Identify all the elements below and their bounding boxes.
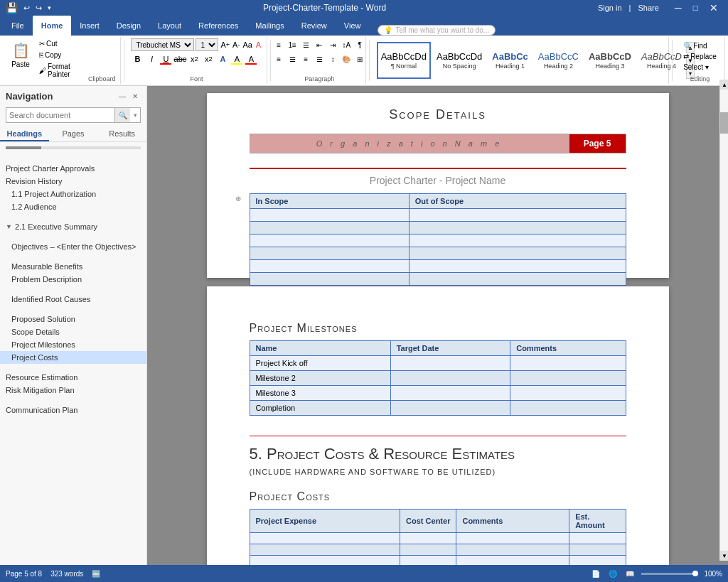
style-heading1-btn[interactable]: AaBbCc Heading 1 bbox=[488, 42, 532, 79]
nav-tab-results[interactable]: Results bbox=[97, 127, 146, 141]
tab-view[interactable]: View bbox=[336, 16, 370, 36]
strikethrough-btn[interactable]: abc bbox=[173, 53, 186, 65]
borders-btn[interactable]: ⊞ bbox=[353, 53, 366, 65]
tab-home[interactable]: Home bbox=[33, 16, 72, 36]
select-button[interactable]: Select ▾ bbox=[680, 63, 719, 72]
increase-indent-btn[interactable]: ⇥ bbox=[326, 38, 339, 51]
sort-btn[interactable]: ↕A bbox=[340, 38, 353, 51]
numbering-btn[interactable]: 1≡ bbox=[286, 38, 299, 51]
justify-btn[interactable]: ☰ bbox=[313, 53, 326, 65]
italic-button[interactable]: I bbox=[145, 53, 158, 65]
nav-item-comms[interactable]: Communication Plan bbox=[0, 404, 146, 416]
grow-font-btn[interactable]: A+ bbox=[220, 38, 230, 51]
nav-item-measurable[interactable]: Measurable Benefits bbox=[0, 260, 146, 273]
minimize-btn[interactable]: ─ bbox=[670, 2, 686, 14]
nav-item-proposed[interactable]: Proposed Solution bbox=[0, 313, 146, 325]
format-painter-button[interactable]: 🖌 Format Painter bbox=[36, 61, 87, 80]
para-row1: ≡ 1≡ ☰ ⇤ ⇥ ↕A ¶ bbox=[272, 38, 366, 51]
nav-item-audience[interactable]: 1.2 Audience bbox=[0, 200, 146, 213]
shrink-font-btn[interactable]: A- bbox=[232, 38, 240, 51]
shading-btn[interactable]: 🎨 bbox=[340, 53, 353, 65]
close-btn[interactable]: ✕ bbox=[705, 2, 722, 14]
divider-top bbox=[250, 168, 626, 169]
share-btn[interactable]: Share bbox=[638, 4, 658, 12]
tab-insert[interactable]: Insert bbox=[71, 16, 108, 36]
document-area[interactable]: Scope Details O r g a n i z a t i o n N … bbox=[147, 86, 728, 567]
superscript-btn[interactable]: x2 bbox=[202, 53, 215, 65]
style-no-spacing-btn[interactable]: AaBbCcDd No Spacing bbox=[432, 42, 486, 79]
bold-button[interactable]: B bbox=[131, 53, 144, 65]
redo-btn[interactable]: ↪ bbox=[36, 4, 42, 13]
nav-search-input[interactable] bbox=[6, 109, 114, 121]
nav-item-milestones[interactable]: Project Milestones bbox=[0, 338, 146, 351]
nav-slider[interactable] bbox=[6, 146, 141, 149]
nav-search-btn[interactable]: 🔍 bbox=[114, 108, 130, 122]
show-marks-btn[interactable]: ¶ bbox=[353, 38, 366, 51]
nav-item-objectives[interactable]: Objectives – <Enter the Objectives> bbox=[0, 240, 146, 253]
clear-format-btn[interactable]: A bbox=[255, 38, 262, 51]
costs-col-expense: Project Expense bbox=[250, 510, 400, 533]
nav-item-exec-summary[interactable]: ▼ 2.1 Executive Summary bbox=[0, 220, 146, 233]
nav-collapse-btn[interactable]: — bbox=[117, 90, 128, 102]
nav-search: 🔍 ▾ bbox=[0, 106, 146, 127]
scroll-thumb[interactable] bbox=[720, 112, 728, 134]
nav-item-auth[interactable]: 1.1 Project Authorization bbox=[0, 188, 146, 200]
tab-review[interactable]: Review bbox=[293, 16, 336, 36]
tab-design[interactable]: Design bbox=[108, 16, 149, 36]
restore-btn[interactable]: □ bbox=[689, 3, 702, 13]
subscript-btn[interactable]: x2 bbox=[188, 53, 200, 65]
nav-item-risk[interactable]: Risk Mitigation Plan bbox=[0, 384, 146, 397]
right-scrollbar[interactable]: ▲ ▼ bbox=[719, 80, 728, 561]
costs-center bbox=[400, 533, 456, 544]
line-spacing-btn[interactable]: ↕ bbox=[326, 53, 339, 65]
font-color-btn[interactable]: A bbox=[245, 53, 257, 65]
paste-button[interactable]: 📋 Paste bbox=[7, 38, 34, 70]
nav-item-scope[interactable]: Scope Details bbox=[0, 325, 146, 338]
text-effect-btn[interactable]: A bbox=[216, 53, 229, 65]
nav-tab-headings[interactable]: Headings bbox=[0, 127, 49, 141]
scroll-down-btn[interactable]: ▼ bbox=[720, 551, 728, 561]
nav-item-resource[interactable]: Resource Estimation bbox=[0, 371, 146, 384]
decrease-indent-btn[interactable]: ⇤ bbox=[313, 38, 326, 51]
style-heading2-btn[interactable]: AaBbCcC Heading 2 bbox=[534, 42, 583, 79]
nav-item-revision[interactable]: Revision History bbox=[0, 175, 146, 188]
align-left-btn[interactable]: ≡ bbox=[272, 53, 285, 65]
undo-btn[interactable]: ↩ bbox=[23, 4, 30, 13]
milestone-row: Completion bbox=[250, 401, 626, 416]
font-face-select[interactable]: Trebuchet MS bbox=[131, 38, 194, 51]
nav-tab-pages[interactable]: Pages bbox=[49, 127, 98, 141]
font-size-select[interactable]: 10 bbox=[196, 38, 218, 51]
tab-layout[interactable]: Layout bbox=[149, 16, 190, 36]
scroll-up-btn[interactable]: ▲ bbox=[720, 80, 728, 90]
multilevel-btn[interactable]: ☰ bbox=[299, 38, 312, 51]
style-heading3-btn[interactable]: AaBbCcD Heading 3 bbox=[584, 42, 636, 79]
zoom-slider[interactable] bbox=[641, 573, 698, 575]
tab-references[interactable]: References bbox=[190, 16, 247, 36]
nav-item-costs[interactable]: Project Costs bbox=[0, 351, 146, 364]
print-view-btn[interactable]: 📄 bbox=[590, 568, 601, 579]
tell-me-box[interactable]: 💡 Tell me what you want to do... bbox=[378, 25, 496, 36]
tab-file[interactable]: File bbox=[3, 16, 33, 36]
nav-item-approvals[interactable]: Project Charter Approvals bbox=[0, 162, 146, 175]
copy-button[interactable]: ⎘ Copy bbox=[36, 50, 87, 60]
sign-in-btn[interactable]: Sign in bbox=[598, 4, 622, 12]
tab-mailings[interactable]: Mailings bbox=[247, 16, 292, 36]
web-view-btn[interactable]: 🌐 bbox=[607, 568, 619, 579]
align-right-btn[interactable]: ≡ bbox=[299, 53, 312, 65]
find-button[interactable]: 🔍 Find bbox=[680, 41, 719, 50]
underline-button[interactable]: U bbox=[159, 53, 172, 65]
read-view-btn[interactable]: 📖 bbox=[624, 568, 636, 579]
style-normal-btn[interactable]: AaBbCcDd ¶ Normal bbox=[377, 42, 431, 79]
bullets-btn[interactable]: ≡ bbox=[272, 38, 285, 51]
replace-button[interactable]: ⇄ Replace bbox=[680, 52, 719, 61]
nav-item-problem[interactable]: Problem Description bbox=[0, 273, 146, 286]
cut-button[interactable]: ✂ Cut bbox=[36, 38, 87, 49]
highlight-btn[interactable]: A bbox=[230, 53, 243, 65]
nav-close-btn[interactable]: ✕ bbox=[129, 90, 141, 102]
change-case-btn[interactable]: Aa bbox=[242, 38, 253, 51]
align-center-btn[interactable]: ☰ bbox=[286, 53, 299, 65]
milestone-name: Milestone 2 bbox=[250, 371, 390, 386]
nav-item-root-causes[interactable]: Identified Root Causes bbox=[0, 293, 146, 306]
nav-search-dropdown[interactable]: ▾ bbox=[130, 112, 140, 119]
expand-icon[interactable]: ⊕ bbox=[235, 195, 241, 203]
